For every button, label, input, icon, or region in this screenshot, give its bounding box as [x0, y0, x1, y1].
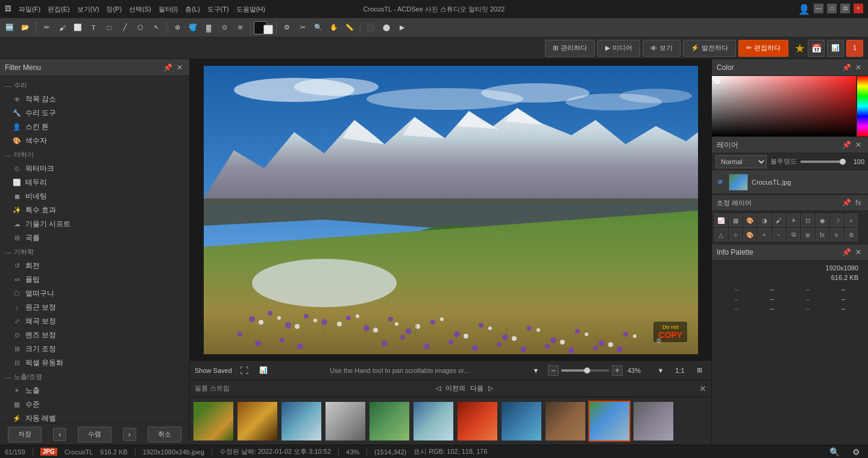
pencil-btn[interactable]: ✏	[39, 21, 54, 35]
filter-item-colorize[interactable]: 🎨 색수자	[0, 134, 189, 148]
filter-item-rotate[interactable]: ↺ 회전	[0, 259, 189, 273]
filter-item-repair-tool[interactable]: 🔧 수리 도구	[0, 106, 189, 120]
adj-layer-pin-btn[interactable]: 📌	[841, 198, 851, 208]
shape-btn[interactable]: □	[102, 21, 116, 35]
film-nav-next-arrow[interactable]: ▷	[488, 384, 493, 392]
blur-btn[interactable]: ⊙	[217, 21, 231, 35]
notification-btn[interactable]: 1	[846, 40, 863, 57]
apply-button[interactable]: 수렴	[78, 427, 112, 442]
settings-btn[interactable]: ⚙	[280, 21, 294, 35]
prev-filter-btn[interactable]: ‹	[53, 428, 66, 441]
dropdown-btn[interactable]: ▼	[529, 363, 543, 378]
zoom-in-btn[interactable]: +	[612, 365, 623, 376]
filter-item-exposure[interactable]: ☀ 노출	[0, 384, 189, 398]
select-btn[interactable]: ↖	[149, 21, 163, 35]
white-swatch[interactable]	[263, 25, 273, 34]
info-close-btn[interactable]: ✕	[854, 247, 863, 257]
histogram-btn[interactable]: 📊	[256, 363, 271, 378]
gradient-btn[interactable]: ▓	[201, 21, 216, 35]
adj-settings-btn[interactable]: ⚙	[844, 228, 858, 241]
blend-mode-select[interactable]: Normal	[715, 155, 767, 168]
develop-mode-btn[interactable]: ⚡ 발전하다	[683, 40, 736, 57]
menu-help[interactable]: 도움말(H)	[236, 5, 265, 14]
hand-btn[interactable]: ✋	[327, 21, 341, 35]
filter-item-skin-tone[interactable]: 👤 스킨 튼	[0, 120, 189, 134]
next-filter-btn[interactable]: ›	[123, 428, 136, 441]
filter-item-redeye[interactable]: 👁 적목 감소	[0, 92, 189, 106]
new-btn[interactable]: 🆕	[2, 21, 17, 35]
filter-item-auto-levels[interactable]: ⚡ 자동 레벨	[0, 412, 189, 423]
media-mode-btn[interactable]: ▶ 미디어	[597, 40, 640, 57]
poly-btn[interactable]: ⬡	[133, 21, 148, 35]
film-next-btn[interactable]: 다음	[470, 384, 483, 393]
open-btn[interactable]: 📂	[18, 21, 33, 35]
panel-close-btn[interactable]: ✕	[175, 63, 184, 72]
adj-sharpen-btn[interactable]: △	[714, 228, 728, 241]
adj-list-btn[interactable]: ≡	[830, 228, 843, 241]
square-sel-btn[interactable]: ⬛	[363, 21, 378, 35]
full-screen-btn[interactable]: ⛶	[237, 363, 251, 378]
film-thumb-10[interactable]	[588, 401, 631, 442]
adj-wb-btn[interactable]: ⊡	[801, 214, 814, 227]
info-pin-btn[interactable]: 📌	[841, 247, 851, 257]
image-container[interactable]: Do not COPY Do not COPY	[190, 59, 711, 360]
filter-item-watermark[interactable]: © 워터마크	[0, 162, 189, 176]
fit-btn[interactable]: 1:1	[673, 363, 687, 378]
filter-item-border[interactable]: ⬜ 테두리	[0, 176, 189, 189]
clone-btn[interactable]: ⊕	[170, 21, 184, 35]
film-thumb-6[interactable]	[412, 401, 454, 442]
filter-item-crop[interactable]: ⬡ 멀떠구니	[0, 287, 189, 301]
save-button[interactable]: 저장	[8, 427, 42, 442]
adj-merge-btn[interactable]: ⊕	[801, 228, 814, 241]
filter-item-perspective[interactable]: ↕ 원근 보정	[0, 301, 189, 314]
maximize-button[interactable]: □	[827, 4, 837, 13]
manage-mode-btn[interactable]: ⊞ 관리하다	[545, 40, 595, 57]
film-thumb-11[interactable]	[632, 401, 675, 442]
filter-item-levels[interactable]: ▦ 수준	[0, 398, 189, 412]
smudge-btn[interactable]: ≋	[233, 21, 247, 35]
filter-item-resize[interactable]: ⊞ 크기 조정	[0, 342, 189, 356]
film-strip-close-btn[interactable]: ✕	[699, 384, 706, 393]
menu-filter[interactable]: 필터(I)	[159, 5, 178, 14]
menu-select[interactable]: 선택(S)	[129, 5, 151, 14]
adj-delete-btn[interactable]: −	[772, 228, 785, 241]
adj-noise-btn[interactable]: ⊹	[729, 228, 742, 241]
adj-vignette-btn[interactable]: ◉	[816, 214, 829, 227]
menu-view[interactable]: 보기(V)	[77, 5, 99, 14]
adj-colorize-btn[interactable]: 🖌	[772, 214, 785, 227]
status-zoom-in-btn[interactable]: 🔍	[827, 445, 841, 459]
film-thumb-7[interactable]	[456, 401, 498, 442]
color-panel-close-btn[interactable]: ✕	[854, 63, 863, 72]
view-mode-btn[interactable]: 👁 보기	[643, 40, 681, 57]
menu-file[interactable]: 파일(F)	[19, 5, 40, 14]
adj-color-btn[interactable]: 🎨	[743, 228, 756, 241]
restore-button[interactable]: ⧉	[840, 4, 850, 13]
calendar-btn[interactable]: 📅	[808, 40, 825, 57]
filter-item-lens-correction[interactable]: ⊙ 렌즈 보정	[0, 328, 189, 342]
color-gradient-bar[interactable]	[857, 76, 868, 136]
film-thumb-9[interactable]	[544, 401, 587, 442]
layer-visibility-eye[interactable]: 👁	[715, 177, 725, 187]
adj-curves-btn[interactable]: 📈	[714, 214, 728, 227]
filter-item-tilt-shift[interactable]: ☁ 기울기 시프트	[0, 217, 189, 231]
layer-item-main[interactable]: 👁 CrocusTL.jpg	[712, 170, 868, 194]
menu-layer[interactable]: 층(L)	[185, 5, 200, 14]
more-btn[interactable]: ▶	[395, 21, 409, 35]
edit-mode-btn[interactable]: ✏ 편집하다	[738, 40, 788, 57]
minimize-button[interactable]: —	[814, 4, 823, 13]
adj-layer-fx-btn[interactable]: fx	[854, 198, 863, 208]
filter-item-curves[interactable]: ⊞ 곡를	[0, 231, 189, 245]
zoom-tool-btn[interactable]: 🔍	[311, 21, 326, 35]
adj-copy-btn[interactable]: ⧉	[787, 228, 800, 241]
filter-item-liquify[interactable]: ⊟ 픽셀 유동화	[0, 356, 189, 370]
filter-item-flip[interactable]: ⇔ 플립	[0, 273, 189, 287]
adj-add-btn[interactable]: +	[758, 228, 771, 241]
adj-dodge-btn[interactable]: ☽	[830, 214, 843, 227]
adj-hsl-btn[interactable]: 🎨	[743, 214, 756, 227]
film-prev-btn[interactable]: 이전의	[445, 384, 465, 393]
close-button[interactable]: ×	[854, 4, 863, 13]
eraser-btn[interactable]: ⬜	[71, 21, 85, 35]
adj-levels-btn[interactable]: ▦	[729, 214, 742, 227]
show-saved-btn[interactable]: Show Saved	[195, 367, 232, 374]
zoom-fit-btn[interactable]: ⊞	[692, 363, 706, 378]
